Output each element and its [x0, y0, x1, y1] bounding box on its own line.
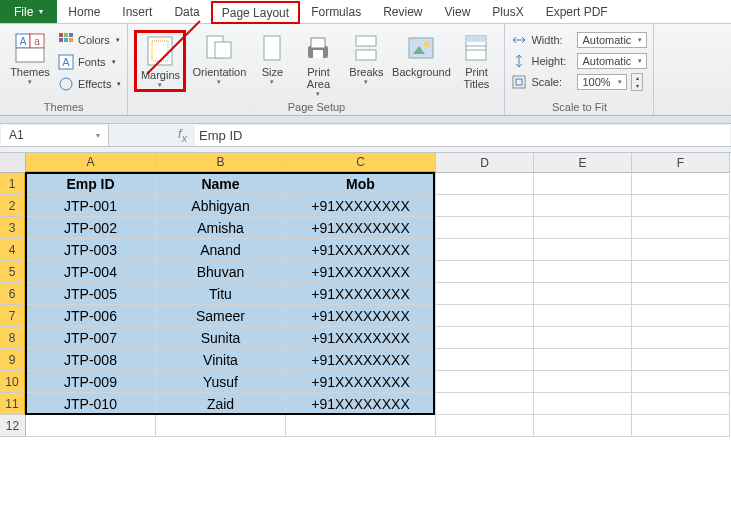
tab-page-layout[interactable]: Page Layout: [211, 1, 300, 24]
cell[interactable]: [436, 415, 534, 437]
name-box[interactable]: A1: [1, 125, 109, 146]
size-button[interactable]: Size: [252, 30, 292, 86]
cell[interactable]: JTP-009: [26, 371, 156, 393]
cell[interactable]: [534, 173, 632, 195]
cell[interactable]: +91XXXXXXXX: [286, 261, 436, 283]
cell[interactable]: [436, 173, 534, 195]
cell[interactable]: [436, 305, 534, 327]
tab-file[interactable]: File: [0, 0, 57, 23]
cell[interactable]: [534, 393, 632, 415]
cell[interactable]: +91XXXXXXXX: [286, 239, 436, 261]
row-header[interactable]: 7: [0, 305, 26, 327]
cell[interactable]: [534, 217, 632, 239]
orientation-button[interactable]: Orientation: [190, 30, 248, 86]
cell[interactable]: [632, 415, 730, 437]
cell[interactable]: [436, 261, 534, 283]
cell[interactable]: [632, 239, 730, 261]
cell[interactable]: +91XXXXXXXX: [286, 349, 436, 371]
cell[interactable]: [632, 283, 730, 305]
cell[interactable]: Bhuvan: [156, 261, 286, 283]
cell[interactable]: +91XXXXXXXX: [286, 327, 436, 349]
cell[interactable]: [436, 393, 534, 415]
cell[interactable]: Name: [156, 173, 286, 195]
col-header-d[interactable]: D: [436, 153, 534, 173]
cell[interactable]: [534, 283, 632, 305]
cells-area[interactable]: Emp IDNameMobJTP-001Abhigyan+91XXXXXXXXJ…: [26, 173, 730, 437]
cell[interactable]: [534, 195, 632, 217]
cell[interactable]: Anand: [156, 239, 286, 261]
cell[interactable]: [534, 239, 632, 261]
cell[interactable]: JTP-010: [26, 393, 156, 415]
cell[interactable]: Amisha: [156, 217, 286, 239]
cell[interactable]: JTP-001: [26, 195, 156, 217]
cell[interactable]: JTP-003: [26, 239, 156, 261]
cell[interactable]: [534, 371, 632, 393]
cell[interactable]: Abhigyan: [156, 195, 286, 217]
cell[interactable]: [632, 327, 730, 349]
tab-formulas[interactable]: Formulas: [300, 0, 372, 23]
scale-spinner[interactable]: ▴▾: [631, 73, 643, 91]
effects-button[interactable]: Effects▾: [58, 74, 121, 94]
cell[interactable]: [436, 327, 534, 349]
fx-label[interactable]: fx: [170, 126, 195, 144]
cell[interactable]: +91XXXXXXXX: [286, 217, 436, 239]
cell[interactable]: [632, 173, 730, 195]
tab-expert-pdf[interactable]: Expert PDF: [535, 0, 619, 23]
tab-data[interactable]: Data: [163, 0, 210, 23]
col-header-b[interactable]: B: [156, 153, 286, 173]
scale-control[interactable]: Scale: 100% ▴▾: [511, 72, 647, 92]
themes-button[interactable]: Aa Themes: [6, 30, 54, 86]
cell[interactable]: [436, 349, 534, 371]
row-header[interactable]: 2: [0, 195, 26, 217]
cell[interactable]: [632, 305, 730, 327]
tab-plusx[interactable]: PlusX: [481, 0, 534, 23]
cell[interactable]: [436, 283, 534, 305]
fonts-button[interactable]: A Fonts▾: [58, 52, 121, 72]
print-titles-button[interactable]: Print Titles: [454, 30, 498, 90]
cell[interactable]: [436, 195, 534, 217]
col-header-a[interactable]: A: [26, 153, 156, 173]
cell[interactable]: [436, 217, 534, 239]
row-header[interactable]: 8: [0, 327, 26, 349]
tab-review[interactable]: Review: [372, 0, 433, 23]
cell[interactable]: [286, 415, 436, 437]
cell[interactable]: Titu: [156, 283, 286, 305]
cell[interactable]: [534, 261, 632, 283]
background-button[interactable]: Background: [392, 30, 450, 78]
cell[interactable]: [436, 239, 534, 261]
row-header[interactable]: 12: [0, 415, 26, 437]
cell[interactable]: [632, 195, 730, 217]
cell[interactable]: [632, 371, 730, 393]
formula-input[interactable]: Emp ID: [195, 125, 730, 146]
row-header[interactable]: 10: [0, 371, 26, 393]
tab-home[interactable]: Home: [57, 0, 111, 23]
col-header-f[interactable]: F: [632, 153, 730, 173]
cell[interactable]: [156, 415, 286, 437]
row-header[interactable]: 4: [0, 239, 26, 261]
cell[interactable]: Sunita: [156, 327, 286, 349]
cell[interactable]: [534, 415, 632, 437]
cell[interactable]: [436, 371, 534, 393]
cell[interactable]: Mob: [286, 173, 436, 195]
cell[interactable]: JTP-002: [26, 217, 156, 239]
cell[interactable]: [632, 217, 730, 239]
cell[interactable]: +91XXXXXXXX: [286, 305, 436, 327]
cell[interactable]: JTP-006: [26, 305, 156, 327]
col-header-e[interactable]: E: [534, 153, 632, 173]
row-header[interactable]: 9: [0, 349, 26, 371]
print-area-button[interactable]: Print Area: [296, 30, 340, 98]
cell[interactable]: +91XXXXXXXX: [286, 393, 436, 415]
row-header[interactable]: 1: [0, 173, 26, 195]
breaks-button[interactable]: Breaks: [344, 30, 388, 86]
height-control[interactable]: Height: Automatic: [511, 51, 647, 71]
cell[interactable]: [632, 393, 730, 415]
cell[interactable]: +91XXXXXXXX: [286, 195, 436, 217]
cell[interactable]: Yusuf: [156, 371, 286, 393]
col-header-c[interactable]: C: [286, 153, 436, 173]
cell[interactable]: JTP-008: [26, 349, 156, 371]
cell[interactable]: [26, 415, 156, 437]
row-header[interactable]: 11: [0, 393, 26, 415]
colors-button[interactable]: Colors▾: [58, 30, 121, 50]
tab-view[interactable]: View: [434, 0, 482, 23]
row-header[interactable]: 6: [0, 283, 26, 305]
